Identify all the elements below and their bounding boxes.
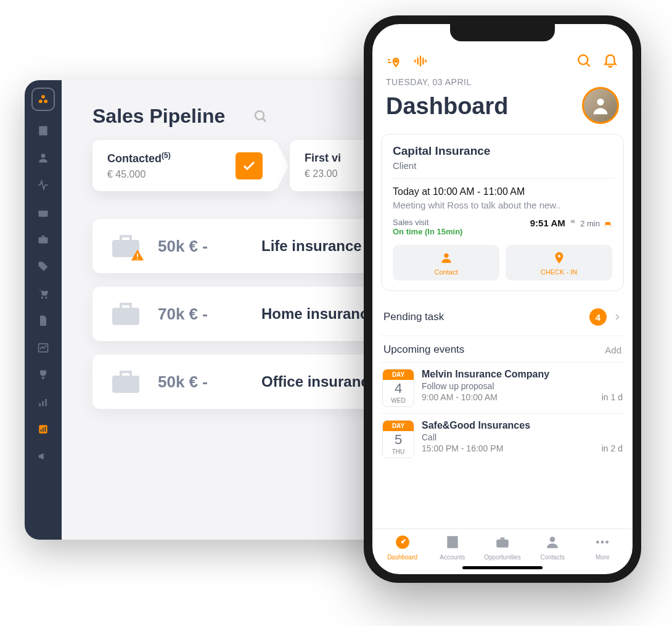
home-indicator	[462, 566, 543, 569]
check-icon	[242, 159, 256, 173]
svg-rect-15	[43, 428, 44, 432]
tab-label: Dashboard	[377, 554, 427, 561]
svg-point-0	[41, 95, 45, 99]
visit-label: Sales visit	[393, 218, 462, 227]
voice-icon[interactable]	[412, 52, 429, 70]
event-row[interactable]: DAY 4 WED Melvin Insurance Company Follo…	[381, 362, 624, 413]
tab-contacts[interactable]: Contacts	[528, 534, 578, 561]
trophy-icon	[37, 369, 49, 381]
tab-accounts[interactable]: Accounts	[427, 534, 477, 561]
event-time: 15:00 PM - 16:00 PM	[422, 443, 503, 453]
pending-task-row[interactable]: Pending task 4	[381, 299, 624, 336]
opportunity-name: Life insurance	[261, 237, 362, 255]
location-speed-icon[interactable]	[386, 52, 403, 70]
date-badge: DAY 4 WED	[382, 369, 414, 407]
briefcase-icon	[111, 369, 141, 394]
checkin-button[interactable]: CHECK - IN	[506, 245, 612, 281]
phone-mockup: TUESDAY, 03 APRIL Dashboard Capital Insu…	[364, 15, 641, 583]
svg-rect-16	[45, 427, 46, 432]
contact-label: Contact	[393, 268, 499, 276]
person-icon	[440, 251, 453, 265]
meeting-company: Capital Insurance	[393, 144, 612, 158]
tab-more[interactable]: More	[578, 534, 628, 561]
sidebar-item-activity[interactable]	[36, 178, 51, 192]
stage-name: First vi	[305, 152, 341, 164]
search-icon	[253, 109, 268, 124]
gauge-icon	[395, 534, 411, 550]
event-title: Melvin Insurance Company	[422, 369, 623, 380]
phone-notch	[450, 24, 555, 41]
car-icon	[604, 220, 612, 228]
event-relative: in 1 d	[602, 392, 623, 402]
sidebar-item-files[interactable]	[36, 313, 51, 328]
sidebar-item-stats[interactable]	[36, 395, 51, 410]
sidebar-item-chart[interactable]	[36, 340, 51, 355]
sidebar-item-contacts[interactable]	[36, 150, 51, 165]
svg-rect-20	[137, 258, 138, 260]
bell-button[interactable]	[602, 52, 619, 70]
sidebar-item-tags[interactable]	[36, 259, 51, 274]
svg-point-32	[596, 541, 599, 544]
sidebar-item-report[interactable]	[36, 422, 51, 437]
pending-task-label: Pending task	[383, 311, 444, 323]
event-relative: in 2 d	[602, 443, 623, 453]
date-badge-top: DAY	[383, 369, 414, 380]
meeting-description: Meeting whit Ross to talk about the new.…	[393, 200, 612, 210]
date-badge: DAY 5 THU	[382, 420, 414, 458]
sidebar-item-briefcase[interactable]	[36, 232, 51, 247]
add-button[interactable]: Add	[605, 345, 621, 355]
calendar-icon	[37, 206, 49, 218]
stage-name: Contacted	[107, 152, 162, 165]
tab-dashboard[interactable]: Dashboard	[377, 534, 427, 561]
svg-rect-5	[39, 208, 48, 210]
tag-icon	[37, 260, 49, 273]
svg-point-17	[255, 111, 264, 120]
user-avatar[interactable]	[582, 87, 619, 124]
briefcase-icon	[37, 233, 49, 245]
sidebar-item-trophy[interactable]	[36, 368, 51, 382]
svg-rect-10	[39, 403, 41, 406]
tab-opportunities[interactable]: Opportunities	[477, 534, 527, 561]
sidebar-item-accounts[interactable]	[36, 123, 51, 138]
contact-button[interactable]: Contact	[393, 245, 499, 281]
building-icon	[37, 125, 49, 137]
cart-icon	[37, 287, 49, 300]
pending-task-count: 4	[589, 308, 607, 326]
sidebar-item-megaphone[interactable]	[36, 449, 51, 464]
person-icon	[544, 534, 560, 550]
date-badge-day: 5	[383, 431, 414, 448]
date-badge-dow: WED	[383, 397, 414, 406]
tab-label: Accounts	[427, 554, 477, 561]
app-logo[interactable]	[31, 88, 55, 111]
svg-point-27	[557, 255, 560, 258]
svg-point-2	[44, 99, 47, 103]
pipeline-search-button[interactable]	[250, 105, 272, 128]
sidebar-item-cart[interactable]	[36, 286, 51, 301]
svg-rect-14	[41, 429, 42, 432]
more-icon	[594, 534, 610, 550]
svg-point-8	[45, 297, 47, 299]
svg-rect-12	[45, 399, 47, 406]
stage-check-button[interactable]	[236, 152, 263, 179]
date-label: TUESDAY, 03 APRIL	[386, 77, 619, 87]
megaphone-icon	[37, 450, 49, 463]
meeting-card[interactable]: Capital Insurance Client Today at 10:00 …	[381, 134, 624, 291]
event-row[interactable]: DAY 5 THU Safe&Good Insurances Call 15:0…	[381, 413, 624, 464]
sidebar-item-calendar[interactable]	[36, 205, 51, 220]
svg-rect-19	[137, 253, 138, 257]
stage-card-contacted[interactable]: Contacted(5) € 45.000	[92, 140, 277, 191]
upcoming-title: Upcoming events	[383, 344, 464, 356]
search-button[interactable]	[576, 52, 593, 70]
stage-info: First vi € 23.00	[305, 152, 341, 179]
svg-point-23	[395, 60, 397, 62]
event-title: Safe&Good Insurances	[422, 420, 623, 431]
pulse-icon	[37, 179, 49, 191]
tab-label: More	[578, 554, 628, 561]
ontime-label: On time (In 15min)	[393, 227, 462, 236]
stage-amount: € 23.00	[305, 168, 341, 179]
sidebar	[25, 80, 62, 540]
opportunity-amount: 50k € -	[158, 373, 244, 392]
event-sub: Call	[422, 432, 623, 442]
checkin-label: CHECK - IN	[506, 268, 612, 276]
stage-info: Contacted(5) € 45.000	[107, 151, 171, 180]
